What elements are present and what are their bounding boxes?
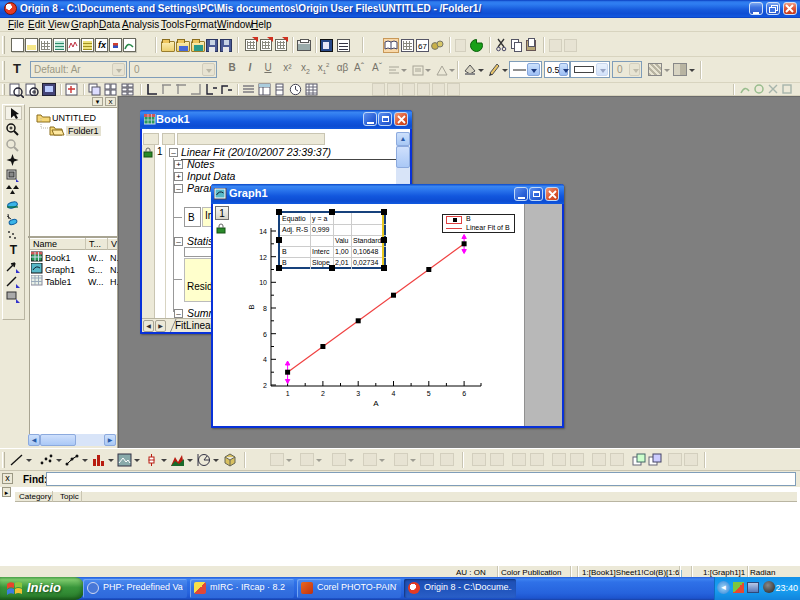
svg-text:2: 2: [321, 390, 325, 397]
svg-text:2: 2: [263, 382, 267, 389]
svg-text:6: 6: [462, 390, 466, 397]
svg-text:3: 3: [356, 390, 360, 397]
svg-text:8: 8: [263, 305, 267, 312]
svg-text:1: 1: [286, 390, 290, 397]
svg-text:14: 14: [259, 228, 267, 235]
svg-text:4: 4: [392, 390, 396, 397]
svg-text:5: 5: [427, 390, 431, 397]
svg-text:4: 4: [263, 356, 267, 363]
svg-text:6: 6: [263, 331, 267, 338]
svg-text:10: 10: [259, 279, 267, 286]
svg-text:B: B: [247, 304, 256, 309]
svg-text:12: 12: [259, 254, 267, 261]
svg-text:A: A: [373, 399, 379, 408]
